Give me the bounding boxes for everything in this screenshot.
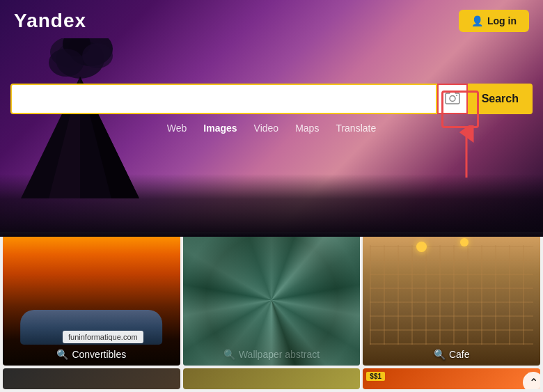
- cafe-label: 🔍 Cafe: [434, 349, 470, 360]
- search-icon-cafe: 🔍: [434, 349, 446, 360]
- annotation-container: [439, 91, 494, 174]
- image-grid: 🔍 Convertibles 🔍 Wallpaper abstract: [0, 232, 543, 392]
- annotation-box: [441, 91, 479, 128]
- login-button[interactable]: 👤 Log in: [459, 10, 529, 32]
- yandex-logo: Yandex: [14, 10, 86, 32]
- grid-row-1: 🔍 Convertibles 🔍 Wallpaper abstract: [3, 235, 540, 366]
- login-label: Log in: [487, 15, 517, 26]
- price-badge: $$1: [366, 372, 385, 381]
- nav-images[interactable]: Images: [203, 123, 237, 134]
- nav-translate[interactable]: Translate: [336, 123, 376, 134]
- grid-item-bottom-2[interactable]: [183, 368, 361, 389]
- svg-point-5: [82, 43, 113, 68]
- header: Yandex 👤 Log in: [0, 0, 543, 42]
- search-icon-convertibles: 🔍: [56, 349, 68, 360]
- nav-links: Web Images Video Maps Translate: [167, 123, 376, 134]
- grid-item-cafe[interactable]: 🔍 Cafe: [363, 235, 540, 366]
- grid-item-convertibles[interactable]: 🔍 Convertibles: [3, 235, 180, 366]
- grid-item-wallpaper[interactable]: 🔍 Wallpaper abstract: [183, 235, 361, 366]
- search-input[interactable]: [12, 85, 436, 113]
- grid-row-2: $$1 ⌃: [3, 368, 540, 389]
- annotation-arrow: [452, 125, 480, 181]
- convertibles-label: 🔍 Convertibles: [56, 349, 126, 360]
- source-label: funinformatique.com: [63, 331, 143, 343]
- user-icon: 👤: [471, 15, 483, 26]
- grid-item-bottom-1[interactable]: [3, 368, 180, 389]
- svg-point-4: [49, 49, 84, 77]
- nav-video[interactable]: Video: [254, 123, 279, 134]
- scroll-up-button[interactable]: ⌃: [523, 372, 540, 389]
- nav-maps[interactable]: Maps: [295, 123, 319, 134]
- search-input-wrap: [10, 84, 437, 114]
- grid-item-bottom-3[interactable]: $$1 ⌃: [363, 368, 540, 389]
- nav-web[interactable]: Web: [167, 123, 187, 134]
